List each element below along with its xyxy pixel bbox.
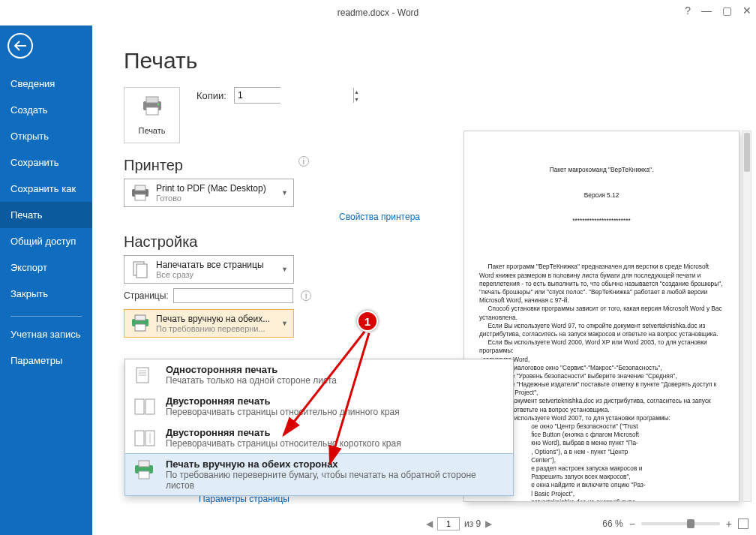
- printer-props-link[interactable]: Свойства принтера: [339, 212, 420, 222]
- copies-input[interactable]: [235, 88, 353, 103]
- duplex-subtitle: По требованию переверни...: [156, 324, 279, 333]
- printer-dropdown[interactable]: Print to PDF (Mac Desktop) Готово ▼: [124, 179, 294, 207]
- window-title: readme.docx - Word: [338, 8, 419, 18]
- preview-line: ************************: [479, 217, 724, 225]
- sidebar-item-saveas[interactable]: Сохранить как: [0, 176, 92, 202]
- scope-subtitle: Все сразу: [156, 270, 279, 279]
- scope-dropdown[interactable]: Напечатать все страницы Все сразу ▼: [124, 255, 294, 284]
- svg-rect-21: [139, 461, 149, 467]
- svg-rect-17: [146, 399, 154, 414]
- duplex-short-icon: [131, 427, 158, 449]
- duplex-icon: [129, 314, 152, 333]
- option-title: Односторонняя печать: [166, 364, 337, 375]
- sidebar-separator: [10, 316, 82, 317]
- copies-label: Копии:: [196, 90, 226, 101]
- zoom-slider[interactable]: [641, 522, 720, 525]
- help-icon[interactable]: ?: [685, 5, 691, 17]
- option-desc: По требованию переверните бумагу, чтобы …: [166, 470, 507, 491]
- zoom-out-icon[interactable]: −: [629, 518, 635, 530]
- printer-icon: [140, 95, 165, 122]
- page-number-input[interactable]: [437, 517, 460, 530]
- sidebar-item-export[interactable]: Экспорт: [0, 254, 92, 281]
- single-side-icon: [131, 364, 158, 386]
- sidebar-item-share[interactable]: Общий доступ: [0, 228, 92, 254]
- printer-heading: Принтер: [124, 157, 183, 174]
- svg-point-3: [157, 104, 159, 106]
- sidebar-item-info[interactable]: Сведения: [0, 71, 92, 97]
- svg-rect-16: [135, 399, 144, 414]
- svg-rect-22: [139, 471, 149, 479]
- duplex-option-manual[interactable]: Печать вручную на обеих сторонахПо требо…: [124, 453, 514, 496]
- page-total: из 9: [464, 518, 481, 529]
- chevron-down-icon: ▼: [279, 266, 290, 273]
- page-title: Печать: [124, 48, 740, 74]
- back-button[interactable]: [8, 33, 33, 59]
- option-title: Печать вручную на обеих сторонах: [166, 458, 507, 470]
- svg-rect-11: [135, 324, 146, 331]
- svg-rect-8: [136, 264, 147, 278]
- printer-icon: [129, 183, 152, 203]
- info-icon[interactable]: i: [298, 156, 309, 167]
- preview-scrollbar[interactable]: [742, 131, 752, 502]
- duplex-title: Печать вручную на обеих...: [156, 314, 279, 324]
- pages-icon: [129, 260, 152, 279]
- svg-rect-2: [146, 107, 158, 115]
- printer-name: Print to PDF (Mac Desktop): [156, 183, 279, 194]
- annotation-marker: 1: [357, 311, 378, 332]
- option-desc: Печатать только на одной стороне листа: [166, 375, 337, 386]
- duplex-option-long-edge[interactable]: Двусторонняя печатьПереворачивать страни…: [125, 391, 513, 422]
- sidebar-item-save[interactable]: Сохранить: [0, 149, 92, 176]
- duplex-option-single[interactable]: Односторонняя печатьПечатать только на о…: [125, 359, 513, 391]
- duplex-long-icon: [131, 395, 158, 418]
- minimize-icon[interactable]: —: [701, 5, 712, 17]
- spinner-down-icon[interactable]: ▼: [354, 95, 359, 103]
- prev-page-icon[interactable]: ◀: [426, 518, 433, 529]
- option-title: Двусторонняя печать: [166, 395, 400, 407]
- sidebar-item-print[interactable]: Печать: [0, 202, 92, 228]
- duplex-option-short-edge[interactable]: Двусторонняя печатьПереворачивать страни…: [125, 422, 513, 454]
- pages-label: Страницы:: [124, 290, 169, 301]
- sidebar-item-open[interactable]: Открыть: [0, 123, 92, 149]
- printer-status: Готово: [156, 194, 279, 203]
- preview-body: Пакет программ "ВерТеКнижка" предназначе…: [479, 263, 724, 502]
- option-desc: Переворачивать страницы относительно кор…: [166, 438, 401, 449]
- close-icon[interactable]: ✕: [742, 5, 752, 17]
- pages-input[interactable]: [173, 288, 293, 303]
- option-desc: Переворачивать страницы относительно дли…: [166, 407, 400, 417]
- sidebar-item-close[interactable]: Закрыть: [0, 281, 92, 307]
- preview-line: Пакет макрокоманд "ВерТеКнижка".: [479, 166, 724, 174]
- sidebar-item-account[interactable]: Учетная запись: [0, 321, 92, 347]
- titlebar: readme.docx - Word ? — ▢ ✕: [0, 0, 756, 26]
- chevron-down-icon: ▼: [279, 189, 290, 197]
- print-button-label: Печать: [138, 126, 165, 135]
- svg-rect-5: [135, 185, 146, 191]
- scrollbar-thumb[interactable]: [744, 133, 750, 172]
- svg-rect-18: [135, 431, 144, 446]
- zoom-knob[interactable]: [687, 519, 694, 528]
- copies-spinner[interactable]: ▲▼: [234, 87, 280, 104]
- preview-footer: ◀ из 9 ▶ 66 % − +: [426, 517, 748, 530]
- preview-line: Версия 5.12: [479, 191, 724, 200]
- maximize-icon[interactable]: ▢: [722, 5, 732, 17]
- info-icon[interactable]: i: [301, 290, 311, 301]
- duplex-dropdown[interactable]: Печать вручную на обеих... По требованию…: [124, 309, 294, 338]
- backstage-sidebar: Сведения Создать Открыть Сохранить Сохра…: [0, 26, 92, 535]
- duplex-manual-icon: [131, 458, 158, 481]
- next-page-icon[interactable]: ▶: [485, 518, 492, 529]
- duplex-dropdown-panel: Односторонняя печатьПечатать только на о…: [124, 359, 514, 496]
- svg-rect-6: [135, 194, 146, 200]
- zoom-value: 66 %: [602, 518, 622, 529]
- window-controls: ? — ▢ ✕: [685, 5, 752, 17]
- chevron-down-icon: ▼: [279, 320, 290, 327]
- svg-rect-10: [135, 315, 146, 320]
- zoom-in-icon[interactable]: +: [726, 518, 732, 530]
- spinner-up-icon[interactable]: ▲: [354, 88, 359, 95]
- fit-page-icon[interactable]: [738, 518, 748, 529]
- scope-title: Напечатать все страницы: [156, 260, 279, 270]
- sidebar-item-new[interactable]: Создать: [0, 97, 92, 123]
- sidebar-item-options[interactable]: Параметры: [0, 347, 92, 374]
- print-button[interactable]: Печать: [124, 87, 180, 143]
- svg-rect-1: [146, 97, 158, 103]
- option-title: Двусторонняя печать: [166, 427, 401, 438]
